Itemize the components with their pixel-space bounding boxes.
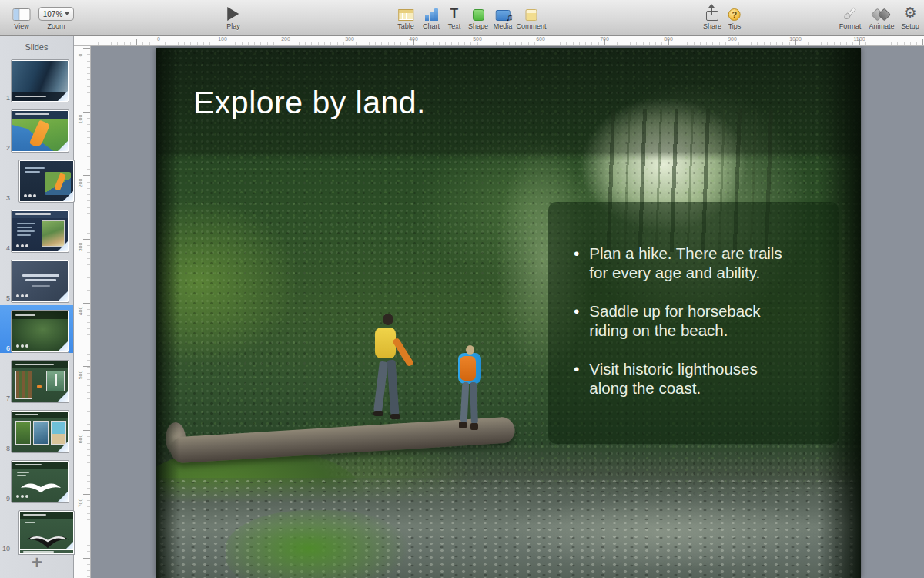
shape-icon — [473, 9, 484, 21]
share-icon — [706, 11, 718, 21]
page-curl-icon — [58, 141, 68, 151]
hiker-right — [452, 345, 498, 445]
thumbnail-photo — [15, 371, 32, 399]
slide-number: 2 — [1, 144, 10, 152]
text-button[interactable]: T Text — [448, 4, 461, 30]
bullet-dots — [16, 244, 19, 247]
slide-title[interactable]: Explore by land. — [193, 85, 426, 121]
zoom-value: 107% — [43, 10, 63, 18]
slide-number: 3 — [1, 194, 10, 202]
diamonds-icon — [872, 8, 892, 21]
table-button[interactable]: Table — [397, 4, 414, 30]
share-button[interactable]: Share — [703, 4, 721, 30]
slide-editor[interactable]: Explore by land. • Plan a hike. There ar… — [156, 48, 861, 578]
slide-thumbnail-5[interactable] — [12, 260, 69, 302]
slide-number: 1 — [1, 94, 10, 102]
slides-panel-title: Slides — [0, 42, 73, 52]
bullet-dots — [16, 495, 19, 498]
slide-number: 9 — [1, 495, 10, 502]
zoom-dropdown[interactable]: 107% Zoom — [38, 4, 74, 30]
play-icon — [227, 7, 239, 21]
slide-thumbnail-2[interactable] — [12, 110, 69, 152]
zoom-label: Zoom — [47, 22, 65, 30]
comment-button[interactable]: Comment — [516, 4, 546, 30]
slide-thumbnail-10[interactable] — [19, 511, 74, 553]
slide-thumbnail-4[interactable] — [12, 210, 69, 252]
bullet-item: • Plan a hike. There are trails for ever… — [574, 244, 788, 283]
bullet-text-box[interactable]: • Plan a hike. There are trails for ever… — [548, 202, 839, 444]
play-button[interactable]: Play — [226, 4, 240, 30]
bullet-dots — [16, 344, 19, 348]
bullet-dots — [16, 294, 19, 297]
paintbrush-icon — [842, 5, 858, 21]
media-button[interactable]: ♫ Media — [494, 4, 513, 30]
butterfly — [37, 385, 42, 388]
bullet-marker: • — [574, 301, 579, 341]
slide-number: 7 — [1, 395, 10, 402]
chart-button[interactable]: Chart — [423, 4, 440, 30]
slide-number: 6 — [1, 344, 10, 352]
format-button[interactable]: Format — [839, 4, 862, 30]
slide-number: 5 — [1, 294, 10, 302]
page-curl-icon — [58, 291, 68, 301]
view-icon — [13, 8, 31, 21]
bird-silhouette-icon — [20, 479, 62, 496]
slides-panel: Slides 1 2 3 — [0, 36, 74, 578]
vertical-ruler: 0 100 200 300 400 500 600 700 — [74, 46, 91, 578]
text-icon: T — [450, 7, 458, 21]
help-icon: ? — [728, 8, 741, 21]
bullet-marker: • — [574, 244, 579, 283]
slide-thumbnail-8[interactable] — [12, 411, 69, 452]
tips-button[interactable]: ? Tips — [728, 4, 742, 30]
thumbnail-photo — [46, 371, 65, 391]
setup-button[interactable]: ⚙ Setup — [901, 4, 919, 30]
add-slide-button[interactable]: + — [0, 552, 74, 573]
gear-icon: ⚙ — [903, 5, 916, 21]
slide-thumbnail-3[interactable] — [19, 160, 74, 202]
horizontal-ruler: 0 100 200 300 400 500 600 700 800 900 10… — [74, 36, 924, 46]
slide-thumbnail-7[interactable] — [12, 361, 69, 402]
bullet-dots — [24, 194, 27, 197]
chart-icon — [424, 8, 437, 21]
hiker-left — [358, 314, 420, 441]
page-curl-icon — [58, 391, 68, 402]
california-shape — [29, 119, 51, 148]
view-button[interactable]: View — [13, 4, 31, 30]
keynote-window: View 107% Zoom Play Table Chart T Text — [0, 0, 924, 578]
bullet-item: • Visit historic lighthouses along the c… — [574, 359, 788, 398]
chevron-down-icon — [65, 12, 69, 15]
ruler-corner — [74, 36, 91, 46]
shape-button[interactable]: Shape — [468, 4, 488, 30]
slide-thumbnail-6-selected[interactable] — [12, 311, 69, 352]
slide-thumbnail-9[interactable] — [12, 461, 69, 502]
table-icon — [398, 9, 413, 21]
view-label: View — [14, 22, 28, 30]
bird-silhouette-icon — [26, 532, 69, 550]
moss-bank — [226, 510, 410, 578]
media-icon: ♫ — [495, 10, 510, 21]
slide-number: 8 — [1, 445, 10, 452]
caption-bar — [12, 111, 68, 119]
bullet-item: • Saddle up for horseback riding on the … — [574, 301, 788, 341]
animate-button[interactable]: Animate — [869, 4, 894, 30]
page-curl-icon — [58, 341, 68, 351]
bullet-marker: • — [574, 359, 579, 398]
toolbar: View 107% Zoom Play Table Chart T Text — [0, 0, 924, 36]
slide-number: 4 — [1, 244, 10, 252]
comment-icon — [525, 9, 537, 21]
slide-thumbnail-1[interactable] — [12, 60, 69, 102]
thumbnail-photo — [42, 220, 65, 247]
